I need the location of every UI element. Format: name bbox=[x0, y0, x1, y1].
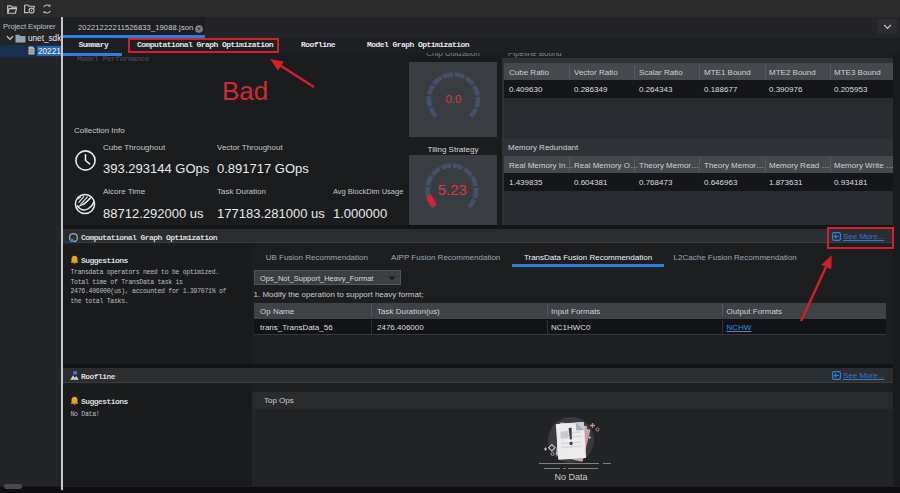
svg-text:5.23: 5.23 bbox=[438, 181, 467, 198]
svg-text:0.0: 0.0 bbox=[445, 93, 461, 105]
